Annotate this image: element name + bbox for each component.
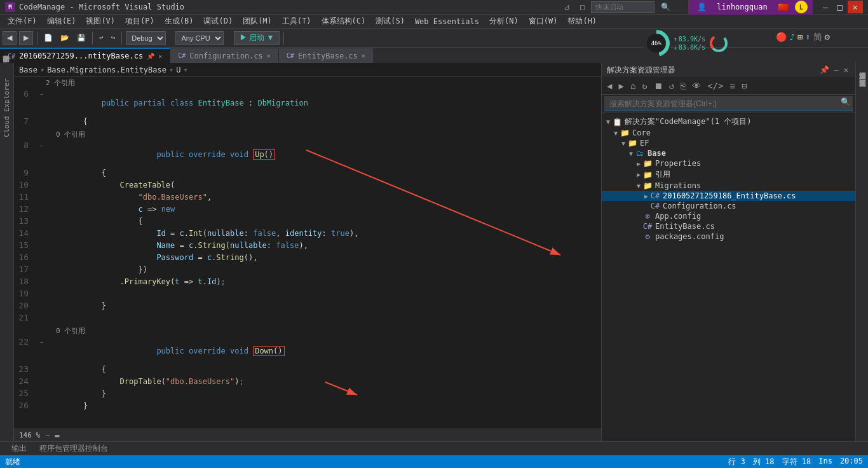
tab-close-3[interactable]: ✕ (362, 52, 365, 59)
sol-collapse-icon[interactable]: ⊟ (739, 79, 749, 92)
tree-item-core[interactable]: ▼ 📁 Core (602, 128, 855, 138)
far-sidebar-team-explorer[interactable]: 团队资源管理器 (856, 71, 868, 78)
sol-refresh-icon[interactable]: ↻ (639, 79, 649, 92)
fold-btn-22[interactable]: − (36, 339, 46, 346)
code-line-26: 26 } (14, 401, 601, 413)
menu-tools[interactable]: 工具(T) (277, 15, 316, 28)
tab-entitybase-migration[interactable]: C# 201605271259...ntityBase.cs 📌 ✕ (0, 48, 170, 63)
toolbar-ext-icon-6[interactable]: ⚙ (825, 32, 830, 43)
tree-item-ef[interactable]: ▼ 📁 EF (602, 138, 855, 148)
user-flag-icon: 🇨🇳 (774, 1, 792, 13)
breadcrumb-method[interactable]: U (176, 65, 180, 74)
fold-btn-8[interactable]: − (36, 142, 46, 149)
zoom-slider[interactable]: ▬ (55, 431, 59, 440)
toolbar-ext-icon-5[interactable]: 简 (813, 32, 822, 43)
panel-pin-icon[interactable]: 📌 (818, 65, 831, 75)
zoom-decrease-btn[interactable]: − (45, 431, 50, 440)
menu-file[interactable]: 文件(F) (3, 15, 42, 28)
code-content[interactable]: 2 个引用 6 − public partial class EntityBas… (14, 77, 601, 429)
solution-search-input[interactable] (604, 96, 853, 111)
menu-analyze[interactable]: 分析(N) (484, 15, 524, 28)
bottom-tabs-bar: 输出 程序包管理器控制台 (0, 441, 868, 455)
toolbar-undo-icon[interactable]: ↩ (97, 32, 106, 43)
tree-item-solution[interactable]: ▼ 📋 解决方案"CodeManage"(1 个项目) (602, 116, 855, 128)
breadcrumb-path[interactable]: Base.Migrations.EntityBase (47, 65, 166, 74)
cpu-gauge: 46% (643, 30, 670, 57)
sol-code-icon[interactable]: </> (705, 79, 726, 92)
menu-web-essentials[interactable]: Web Essentials (410, 16, 484, 27)
bottom-tab-package-manager[interactable]: 程序包管理器控制台 (33, 442, 114, 455)
tree-item-appconfig[interactable]: ⚙ App.config (602, 211, 855, 221)
user-name[interactable]: linhongquan (713, 1, 771, 13)
nav-fwd-button[interactable]: ▶ (19, 31, 33, 45)
restore-btn[interactable]: □ (833, 1, 846, 13)
tab-close-2[interactable]: ✕ (267, 52, 271, 59)
tree-item-configuration[interactable]: C# Configuration.cs (602, 201, 855, 211)
tab-pin-icon-1[interactable]: 📌 (147, 53, 154, 60)
tree-item-migrations[interactable]: ▼ 📁 Migrations (602, 181, 855, 191)
menu-project[interactable]: 项目(P) (120, 15, 159, 28)
tree-item-packagesconfig[interactable]: ⚙ packages.config (602, 231, 855, 242)
toolbar-ext-icon-4[interactable]: ⬆ (805, 32, 810, 43)
panel-minimize-icon[interactable]: — (832, 65, 841, 75)
breadcrumb-base[interactable]: Base (19, 65, 37, 74)
tree-item-entitybase-migration[interactable]: ▶ C# 201605271259186_EntityBase.cs (602, 191, 855, 201)
far-sidebar-solution-explorer[interactable]: 解决方案资源管理器 (856, 63, 868, 71)
close-btn[interactable]: ✕ (848, 1, 863, 13)
menu-window[interactable]: 窗口(W) (524, 15, 563, 28)
panel-close-icon[interactable]: ✕ (842, 65, 850, 75)
fold-btn-6[interactable]: − (36, 91, 46, 98)
line-number-20: 20 (14, 301, 36, 310)
start-button[interactable]: ▶ 启动 ▼ (234, 31, 280, 45)
menu-build[interactable]: 生成(B) (159, 15, 199, 28)
status-char: 字符 18 (782, 457, 811, 467)
toolbar-new-icon[interactable]: 📄 (41, 32, 55, 43)
toolbar-ext-icon-2[interactable]: ♪ (789, 32, 794, 43)
sol-copy-icon[interactable]: ⎘ (678, 79, 688, 92)
toolbar-redo-icon[interactable]: ↪ (109, 32, 118, 43)
menu-view[interactable]: 视图(V) (81, 15, 120, 28)
cpu-config-dropdown[interactable]: Any CPU (175, 31, 224, 45)
line-number-23: 23 (14, 364, 36, 374)
tab-close-1[interactable]: ✕ (158, 53, 162, 60)
debug-config-dropdown[interactable]: Debug (126, 31, 166, 45)
tree-item-properties[interactable]: ▶ 📁 Properties (602, 158, 855, 169)
minimize-btn[interactable]: — (819, 1, 832, 13)
bottom-tab-output[interactable]: 输出 (5, 442, 33, 455)
sol-view-icon[interactable]: 👁 (689, 79, 703, 92)
sol-refresh2-icon[interactable]: ↺ (667, 79, 677, 92)
toolbar-open-icon[interactable]: 📂 (58, 32, 72, 43)
sol-props-icon[interactable]: ≡ (727, 79, 737, 92)
line-number-12: 12 (14, 204, 36, 214)
quick-launch-input[interactable] (591, 1, 654, 13)
code-line-18: 18 .PrimaryKey(t => t.Id); (14, 277, 601, 289)
toolbar-ext-icon-1[interactable]: 🔴 (776, 32, 787, 43)
toolbar-save-icon[interactable]: 💾 (74, 32, 88, 43)
solution-search-icon[interactable]: 🔍 (841, 97, 850, 106)
tab-entitybase[interactable]: C# EntityBase.cs ✕ (279, 48, 374, 63)
tree-item-references[interactable]: ▶ 📁 引用 (602, 169, 855, 181)
sol-home-icon[interactable]: ⌂ (628, 79, 638, 92)
status-col: 列 18 (753, 457, 775, 467)
menu-debug[interactable]: 调试(D) (198, 15, 238, 28)
tree-item-base[interactable]: ▼ 🗂 Base (602, 148, 855, 158)
code-text-23: { (46, 365, 601, 374)
left-sidebar: 服务器资源管理器 Cloud Explorer (0, 63, 14, 441)
sidebar-item-cloud-explorer[interactable]: Cloud Explorer (1, 73, 12, 142)
tab-configuration[interactable]: C# Configuration.cs ✕ (170, 48, 279, 63)
toolbar-ext-icon-3[interactable]: ⊞ (797, 32, 803, 43)
sol-back-icon[interactable]: ◀ (604, 79, 614, 92)
menu-help[interactable]: 帮助(H) (562, 15, 602, 28)
breadcrumb-arrow-3: ▾ (183, 65, 187, 74)
tree-arrow-entitybase-migration: ▶ (642, 193, 650, 200)
menu-edit[interactable]: 编辑(E) (42, 15, 81, 28)
user-avatar: L (795, 1, 808, 13)
menu-arch[interactable]: 体系结构(C) (316, 15, 371, 28)
menu-team[interactable]: 团队(M) (238, 15, 277, 28)
nav-back-button[interactable]: ◀ (3, 31, 17, 45)
sidebar-item-server-explorer[interactable]: 服务器资源管理器 (1, 63, 13, 73)
tree-item-entitybase-cs[interactable]: C# EntityBase.cs (602, 221, 855, 231)
sol-stop-icon[interactable]: ⏹ (651, 79, 665, 92)
menu-test[interactable]: 测试(S) (370, 15, 410, 28)
sol-fwd-icon[interactable]: ▶ (616, 79, 626, 92)
